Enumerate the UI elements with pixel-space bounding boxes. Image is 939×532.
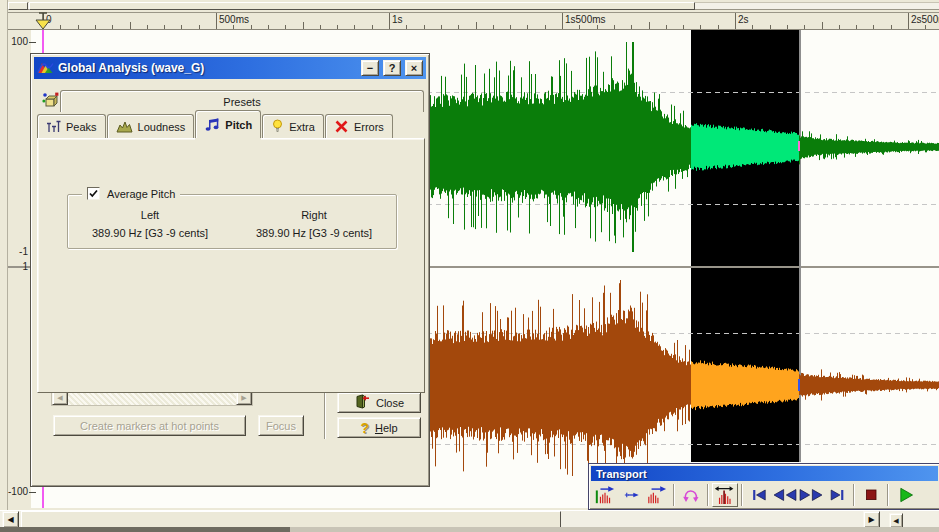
time-tick-minor	[666, 25, 667, 29]
tab-extra[interactable]: Extra	[262, 114, 324, 138]
window-bottom-edge-light	[290, 527, 939, 532]
time-tick-minor	[268, 25, 269, 29]
hscroll-left-arrow-icon[interactable]: ◀	[2, 511, 19, 528]
presets-label: Presets	[223, 96, 260, 108]
time-tick-label: 2s500ms	[911, 14, 939, 25]
time-tick-label: 500ms	[219, 14, 249, 25]
time-tick-minor	[822, 22, 823, 29]
minimize-button[interactable]: −	[361, 60, 379, 76]
transport-play-from-start-button[interactable]	[592, 483, 618, 507]
titlebar-close-button[interactable]: ×	[405, 60, 423, 76]
time-tick-minor	[112, 25, 113, 29]
overview-bar-handle[interactable]	[8, 2, 28, 10]
time-tick-minor	[372, 25, 373, 29]
hscroll-thumb[interactable]	[21, 511, 561, 528]
transport-go-to-end-button[interactable]	[824, 483, 850, 507]
zoom-control-arrow-icon[interactable]: ◀	[889, 513, 903, 528]
hscroll-right-arrow-icon[interactable]: ▶	[863, 511, 880, 528]
time-tick-minor	[233, 25, 234, 29]
time-ruler[interactable]: 0500ms1s1s500ms2s2s500ms	[8, 12, 939, 30]
transport-rewind-button[interactable]	[772, 483, 798, 507]
time-tick-minor	[354, 25, 355, 29]
selection-right-edge	[799, 30, 801, 462]
transport-window: Transport	[588, 463, 939, 510]
level-ruler-tick	[29, 42, 36, 43]
checkmark-icon	[88, 188, 99, 199]
close-label: Close	[376, 397, 404, 409]
right-channel-header: Right	[232, 209, 396, 221]
create-markers-button[interactable]: Create markers at hot points	[53, 415, 246, 436]
pitch-icon	[204, 117, 220, 132]
transport-title: Transport	[596, 468, 647, 480]
dialog-body: Presets PeaksLoudnessPitchExtraErrors Av…	[34, 79, 426, 483]
titlebar-help-button[interactable]: ?	[383, 60, 401, 76]
horizontal-scrollbar[interactable]: ◀ ▶ ◀	[0, 510, 939, 527]
transport-fast-forward-button[interactable]	[798, 483, 824, 507]
transport-stop-button[interactable]	[858, 483, 884, 507]
time-tick-minor	[752, 25, 753, 29]
overview-bar-thumb[interactable]	[29, 2, 695, 10]
time-tick-minor	[683, 25, 684, 29]
selection-region[interactable]	[691, 30, 799, 462]
transport-go-to-start-button[interactable]	[746, 483, 772, 507]
play-selection-icon	[713, 485, 737, 505]
play-icon	[895, 485, 915, 505]
average-pitch-checkbox[interactable]	[87, 187, 100, 200]
wavelab-workspace: { "time_ruler": { "labels": ["0", "500ms…	[0, 0, 939, 532]
zoom-control-clipped	[905, 513, 939, 528]
play-to-end-icon	[645, 485, 669, 505]
tab-pitch[interactable]: Pitch	[195, 110, 261, 138]
left-channel-pitch-value: 389.90 Hz [G3 -9 cents]	[68, 227, 232, 239]
loudness-icon	[116, 120, 133, 133]
time-tick-minor	[891, 25, 892, 29]
dialog-tabs: PeaksLoudnessPitchExtraErrors	[37, 112, 429, 138]
time-tick-minor	[130, 22, 131, 29]
level-ruler-tick	[29, 492, 36, 493]
level-ruler-label: 100	[1, 36, 28, 47]
right-channel-pitch-value: 389.90 Hz [G3 -9 cents]	[232, 227, 396, 239]
time-tick-minor	[337, 25, 338, 29]
time-tick-major	[389, 13, 390, 30]
tab-peaks[interactable]: Peaks	[37, 114, 106, 138]
time-tick-label: 1s	[392, 14, 403, 25]
dialog-titlebar[interactable]: Global Analysis (wave_G) − ? ×	[34, 57, 426, 79]
time-tick-minor	[527, 25, 528, 29]
transport-autoplay-cursor-button[interactable]	[618, 483, 644, 507]
loop-icon	[681, 485, 701, 505]
time-tick-minor	[78, 25, 79, 29]
presets-icon[interactable]	[40, 90, 62, 110]
time-tick-minor	[493, 25, 494, 29]
transport-titlebar[interactable]: Transport	[591, 466, 938, 481]
autoplay-cursor-icon	[621, 485, 641, 505]
help-button[interactable]: ? Help	[337, 417, 421, 438]
transport-play-selection-button[interactable]	[712, 483, 738, 507]
help-label: Help	[375, 422, 398, 434]
time-tick-minor	[510, 25, 511, 29]
time-tick-minor	[787, 25, 788, 29]
focus-button[interactable]: Focus	[258, 415, 304, 436]
tab-presets[interactable]: Presets	[60, 90, 424, 112]
time-tick-minor	[95, 25, 96, 29]
transport-toolbar	[591, 481, 938, 509]
time-tick-major	[562, 13, 563, 30]
time-tick-minor	[856, 25, 857, 29]
time-tick-minor	[441, 25, 442, 29]
time-tick-minor	[424, 25, 425, 29]
global-analysis-dialog: Global Analysis (wave_G) − ? × Presets P…	[30, 53, 430, 487]
transport-play-to-end-button[interactable]	[644, 483, 670, 507]
transport-loop-button[interactable]	[678, 483, 704, 507]
transport-play-button[interactable]	[892, 483, 918, 507]
tab-loudness[interactable]: Loudness	[107, 114, 195, 138]
time-tick-minor	[631, 25, 632, 29]
level-ruler-label: 1	[1, 261, 28, 272]
toolbar-separator	[741, 484, 743, 506]
tab-label: Pitch	[225, 119, 252, 131]
cursor-marker-icon[interactable]	[34, 11, 52, 31]
tab-errors[interactable]: Errors	[325, 114, 393, 138]
close-button[interactable]: Close	[337, 392, 421, 413]
time-tick-minor	[199, 25, 200, 29]
time-tick-minor	[406, 25, 407, 29]
selection-edge-marker	[798, 141, 800, 151]
toolbar-separator	[887, 484, 889, 506]
time-tick-minor	[164, 25, 165, 29]
